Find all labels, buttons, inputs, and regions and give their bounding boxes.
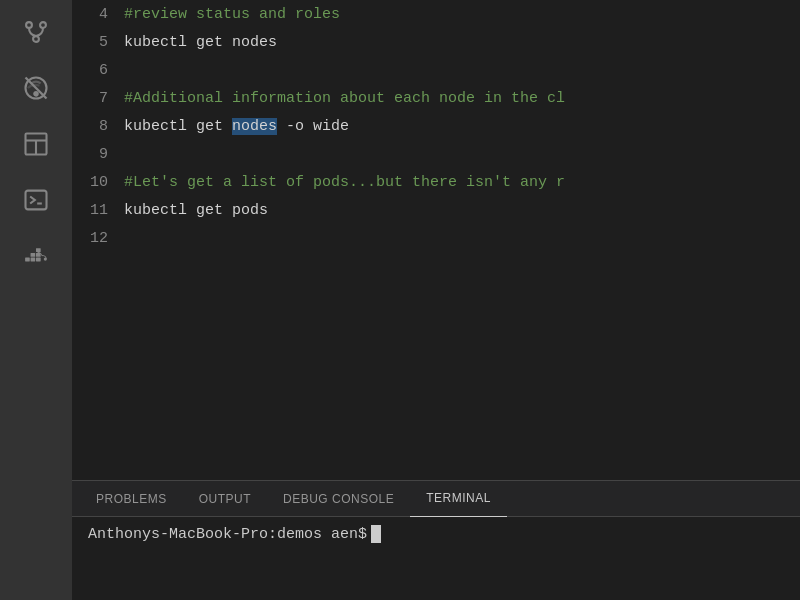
svg-point-2: [33, 36, 39, 42]
line-content: [124, 230, 133, 247]
main-area: 4 #review status and roles 5 kubectl get…: [72, 0, 800, 600]
line-content: #Let's get a list of pods...but there is…: [124, 174, 565, 191]
svg-rect-12: [31, 258, 36, 262]
line-number: 10: [72, 174, 124, 191]
line-number: 5: [72, 34, 124, 51]
line-number: 4: [72, 6, 124, 23]
line-number: 8: [72, 118, 124, 135]
table-row: 10 #Let's get a list of pods...but there…: [72, 168, 800, 196]
svg-point-1: [40, 22, 46, 28]
svg-rect-11: [25, 258, 30, 262]
line-content: kubectl get nodes -o wide: [124, 118, 349, 135]
line-number: 7: [72, 90, 124, 107]
terminal-line: Anthonys-MacBook-Pro:demos aen$: [88, 525, 784, 543]
activity-bar: [0, 0, 72, 600]
table-row: 12: [72, 224, 800, 252]
tab-output[interactable]: OUTPUT: [183, 481, 267, 517]
line-content: [124, 62, 133, 79]
svg-point-5: [34, 92, 38, 96]
line-content: kubectl get pods: [124, 202, 268, 219]
table-row: 6: [72, 56, 800, 84]
tab-problems[interactable]: PROBLEMS: [80, 481, 183, 517]
svg-point-17: [44, 258, 47, 261]
tab-terminal[interactable]: TERMINAL: [410, 481, 507, 517]
docker-icon[interactable]: [12, 232, 60, 280]
table-row: 5 kubectl get nodes: [72, 28, 800, 56]
line-content: #Additional information about each node …: [124, 90, 565, 107]
line-number: 11: [72, 202, 124, 219]
remote-icon[interactable]: [12, 64, 60, 112]
table-row: 9: [72, 140, 800, 168]
panel-area: PROBLEMS OUTPUT DEBUG CONSOLE TERMINAL A…: [72, 480, 800, 600]
svg-rect-16: [36, 248, 41, 252]
terminal-cursor: [371, 525, 381, 543]
line-content: kubectl get nodes: [124, 34, 277, 51]
layout-icon[interactable]: [12, 120, 60, 168]
line-number: 6: [72, 62, 124, 79]
table-row: 11 kubectl get pods: [72, 196, 800, 224]
table-row: 7 #Additional information about each nod…: [72, 84, 800, 112]
table-row: 4 #review status and roles: [72, 0, 800, 28]
svg-rect-13: [36, 258, 41, 262]
table-row: 8 kubectl get nodes -o wide: [72, 112, 800, 140]
line-content: [124, 146, 133, 163]
line-number: 12: [72, 230, 124, 247]
svg-rect-14: [31, 253, 36, 257]
svg-point-0: [26, 22, 32, 28]
svg-rect-15: [36, 253, 41, 257]
line-number: 9: [72, 146, 124, 163]
source-control-icon[interactable]: [12, 8, 60, 56]
terminal-content: Anthonys-MacBook-Pro:demos aen$: [72, 517, 800, 600]
panel-tabs: PROBLEMS OUTPUT DEBUG CONSOLE TERMINAL: [72, 481, 800, 517]
terminal-icon[interactable]: [12, 176, 60, 224]
code-lines: 4 #review status and roles 5 kubectl get…: [72, 0, 800, 252]
line-content: #review status and roles: [124, 6, 340, 23]
editor-area: 4 #review status and roles 5 kubectl get…: [72, 0, 800, 480]
tab-debug-console[interactable]: DEBUG CONSOLE: [267, 481, 410, 517]
terminal-prompt: Anthonys-MacBook-Pro:demos aen$: [88, 526, 367, 543]
